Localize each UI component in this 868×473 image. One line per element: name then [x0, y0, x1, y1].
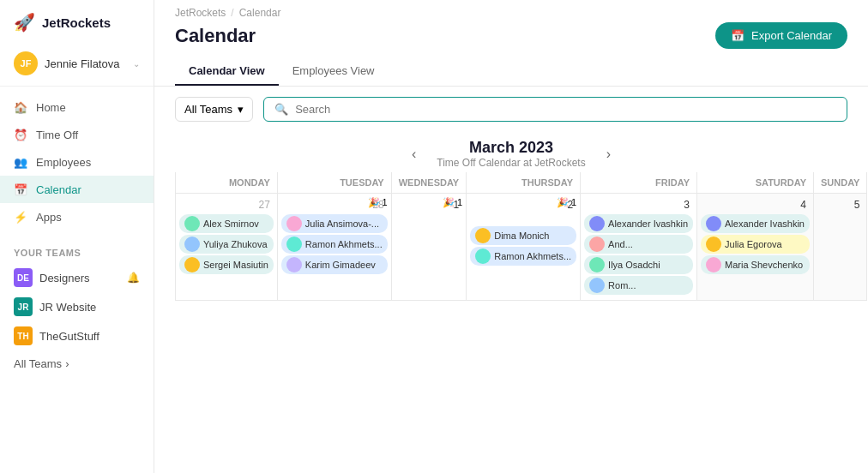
event-pill[interactable]: Ramon Akhmets... [281, 235, 388, 254]
tab-calendar-view[interactable]: Calendar View [175, 57, 279, 86]
event-name: Rom... [608, 280, 636, 290]
apps-icon: ⚡ [14, 210, 27, 224]
avatar [589, 257, 605, 272]
event-pill[interactable]: Karim Gimadeev [281, 255, 388, 274]
search-box: 🔍 [263, 97, 847, 122]
sidebar-item-label: Employees [36, 156, 91, 169]
sidebar-item-home[interactable]: 🏠 Home [0, 93, 154, 121]
avatar [589, 236, 605, 252]
team-badge-jr: JR [14, 297, 33, 316]
sidebar-logo: 🚀 JetRockets [0, 0, 154, 45]
sidebar-item-label: Home [36, 101, 66, 114]
event-pill-long[interactable]: Dima Monich [470, 226, 576, 245]
sidebar-nav: 🏠 Home ⏰ Time Off 👥 Employees 📅 Calendar… [0, 87, 154, 237]
chevron-right-icon: › [65, 357, 69, 370]
event-pill[interactable]: Rom... [584, 276, 693, 295]
all-teams-label: All Teams [14, 357, 62, 370]
timeoff-icon: ⏰ [14, 128, 27, 141]
teams-section-title: Your Teams [0, 237, 154, 263]
user-profile[interactable]: JF Jennie Filatova ⌄ [0, 45, 154, 87]
day-number: 5 [817, 197, 863, 213]
sidebar-item-employees[interactable]: 👥 Employees [0, 148, 154, 176]
cal-day-5: 5 [814, 194, 867, 301]
calendar-grid: MONDAY TUESDAY WEDNESDAY THURSDAY FRIDAY… [175, 172, 847, 301]
event-pill[interactable]: Alexander Ivashkin [584, 214, 693, 233]
sidebar-item-apps[interactable]: ⚡ Apps [0, 203, 154, 231]
search-input[interactable] [295, 103, 836, 116]
cal-day-3: 3 Alexander Ivashkin And... Ilya Osadchi… [581, 194, 697, 301]
event-pill[interactable]: Alex Smirnov [179, 214, 274, 233]
next-month-button[interactable]: › [600, 143, 618, 165]
event-pill[interactable]: Maria Shevchenko [701, 255, 810, 274]
event-name: And... [608, 239, 633, 249]
cal-day-28: 28 🎉 1 Julia Ansimova-... Ramon Akhmets.… [278, 194, 392, 301]
avatar [286, 216, 302, 231]
chevron-icon: ⌄ [133, 59, 140, 69]
month-subtitle: Time Off Calendar at JetRockets [437, 157, 585, 169]
team-select-label: All Teams [184, 103, 232, 116]
event-name: Alexander Ivashkin [725, 219, 805, 229]
event-pill[interactable]: Julia Egorova [701, 235, 810, 254]
event-pill[interactable]: Ilya Osadchi [584, 255, 693, 274]
calendar-area: MONDAY TUESDAY WEDNESDAY THURSDAY FRIDAY… [154, 172, 868, 473]
breadcrumb-calendar: Calendar [239, 7, 281, 19]
home-icon: 🏠 [14, 100, 27, 114]
avatar [286, 257, 302, 272]
tab-employees-view[interactable]: Employees View [279, 57, 389, 86]
logo-icon: 🚀 [14, 12, 35, 33]
day-number: 27 [179, 197, 274, 213]
page-title-row: Calendar 📅 Export Calendar [175, 22, 847, 57]
event-pill[interactable]: Yuliya Zhukova [179, 235, 274, 254]
logo-text: JetRockets [42, 15, 111, 30]
breadcrumb-jetrockets: JetRockets [175, 7, 226, 19]
team-item-thegutstuff[interactable]: TH TheGutStuff [0, 321, 154, 350]
month-title: March 2023 Time Off Calendar at JetRocke… [437, 139, 585, 169]
event-name: Alexander Ivashkin [608, 219, 688, 229]
calendar-icon: 📅 [14, 183, 27, 196]
team-select[interactable]: All Teams ▾ [175, 97, 253, 122]
avatar [589, 278, 605, 293]
event-name: Alex Smirnov [203, 219, 259, 229]
avatar: JF [14, 51, 38, 75]
event-pill[interactable]: Sergei Masiutin [179, 255, 274, 274]
event-name: Dima Monich [494, 231, 549, 241]
event-name: Julia Egorova [725, 239, 782, 249]
event-pill[interactable]: Alexander Ivashkin [701, 214, 810, 233]
user-name: Jennie Filatova [45, 57, 126, 70]
day-number: 4 [701, 197, 810, 213]
employees-icon: 👥 [14, 155, 27, 169]
event-pill[interactable]: Ramon Akhmets... [470, 247, 576, 266]
prev-month-button[interactable]: ‹ [405, 143, 423, 165]
header-saturday: SATURDAY [697, 172, 814, 194]
avatar [184, 257, 200, 272]
event-pill[interactable]: Julia Ansimova-... [281, 214, 388, 233]
avatar [706, 257, 721, 272]
sidebar-item-calendar[interactable]: 📅 Calendar [0, 176, 154, 203]
team-name: TheGutStuff [39, 330, 140, 343]
holiday-badge: 🎉 1 [443, 197, 462, 208]
avatar [706, 236, 721, 252]
team-item-designers[interactable]: DE Designers 🔔 [0, 263, 154, 292]
avatar [184, 216, 200, 231]
search-icon: 🔍 [274, 103, 288, 116]
team-name: Designers [39, 272, 120, 284]
export-label: Export Calendar [751, 29, 832, 42]
event-pill[interactable]: And... [584, 235, 693, 254]
chevron-down-icon: ▾ [238, 103, 244, 116]
avatar [706, 216, 721, 231]
avatar [475, 228, 491, 243]
page-title: Calendar [175, 25, 256, 47]
export-calendar-button[interactable]: 📅 Export Calendar [715, 22, 847, 49]
sidebar-item-label: Calendar [36, 183, 81, 196]
month-navigation: ‹ March 2023 Time Off Calendar at JetRoc… [154, 132, 868, 172]
team-name: JR Website [39, 301, 140, 314]
team-item-jr[interactable]: JR JR Website [0, 292, 154, 321]
avatar [184, 236, 200, 252]
day-number: 3 [584, 197, 693, 213]
team-badge-th: TH [14, 326, 33, 345]
avatar [475, 248, 491, 264]
holiday-badge: 🎉 1 [557, 197, 576, 208]
all-teams-link[interactable]: All Teams › [0, 350, 154, 377]
sidebar-item-timeoff[interactable]: ⏰ Time Off [0, 121, 154, 148]
event-name: Yuliya Zhukova [203, 239, 268, 249]
